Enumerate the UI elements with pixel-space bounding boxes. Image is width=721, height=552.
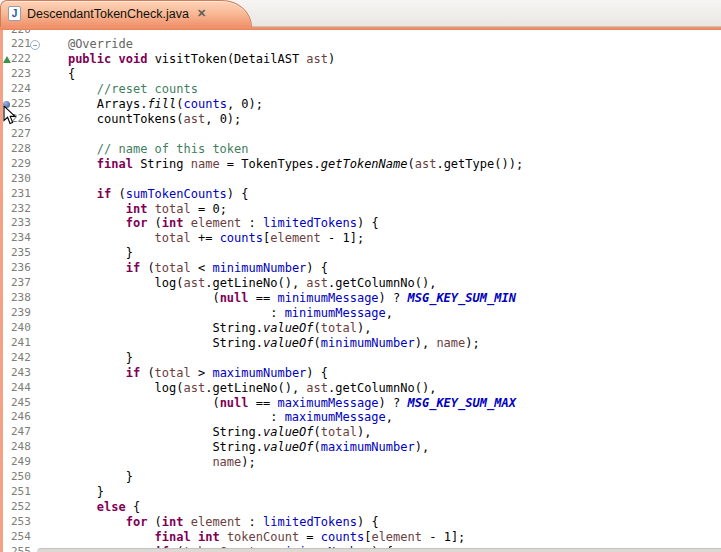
marker-ruler-cell[interactable] [3,425,11,440]
line-number[interactable]: 221 [11,37,30,52]
fold-collapse-icon[interactable] [30,40,40,50]
marker-ruler-cell[interactable] [3,396,11,411]
line-number[interactable]: 228 [11,142,30,157]
fold-cell[interactable] [30,157,39,172]
marker-ruler-cell[interactable] [3,530,11,545]
fold-cell[interactable] [30,291,39,306]
marker-ruler-cell[interactable] [3,276,11,291]
marker-ruler-cell[interactable] [3,112,11,127]
code-line[interactable]: if (total > maximumNumber) { [39,366,328,381]
marker-ruler-cell[interactable] [3,455,11,470]
line-number[interactable]: 234 [11,231,30,246]
line-number[interactable]: 233 [11,216,30,231]
marker-ruler-cell[interactable] [3,410,11,425]
code-line[interactable]: name); [39,455,256,470]
line-number[interactable]: 230 [11,172,30,187]
breakpoint-icon[interactable] [3,101,10,108]
marker-ruler-cell[interactable] [3,231,11,246]
tab-descendanttokencheck[interactable]: J DescendantTokenCheck.java ✕ [0,0,252,27]
fold-cell[interactable] [30,470,39,485]
fold-cell[interactable] [30,500,39,515]
marker-ruler-cell[interactable] [3,172,11,187]
marker-ruler-cell[interactable] [3,485,11,500]
line-number[interactable]: 255 [11,545,30,552]
fold-cell[interactable] [30,112,39,127]
line-number[interactable]: 223 [11,67,30,82]
code-line[interactable]: { [39,67,75,82]
marker-ruler-cell[interactable] [3,82,11,97]
fold-cell[interactable] [30,530,39,545]
marker-ruler-cell[interactable] [3,261,11,276]
fold-cell[interactable] [30,261,39,276]
line-number[interactable]: 243 [11,366,30,381]
marker-ruler-cell[interactable] [3,336,11,351]
line-number[interactable]: 251 [11,485,30,500]
line-number[interactable]: 242 [11,351,30,366]
code-line[interactable]: String.valueOf(minimumNumber), name); [39,336,480,351]
line-number[interactable]: 240 [11,321,30,336]
code-line[interactable]: if (sumTokenCounts) { [39,187,249,202]
line-number[interactable]: 229 [11,157,30,172]
fold-cell[interactable] [30,306,39,321]
code-line[interactable]: } [39,351,133,366]
fold-cell[interactable] [30,366,39,381]
marker-ruler-cell[interactable] [3,37,11,52]
fold-cell[interactable] [30,127,39,142]
marker-ruler-cell[interactable] [3,246,11,261]
fold-cell[interactable] [30,52,39,67]
code-line[interactable]: total += counts[element - 1]; [39,231,364,246]
line-number[interactable]: 248 [11,440,30,455]
code-line[interactable]: } [39,246,133,261]
line-number[interactable]: 235 [11,246,30,261]
line-number[interactable]: 249 [11,455,30,470]
marker-ruler-cell[interactable] [3,545,11,552]
marker-ruler-cell[interactable] [3,291,11,306]
line-number[interactable]: 247 [11,425,30,440]
marker-ruler-cell[interactable] [3,440,11,455]
line-number[interactable]: 245 [11,396,30,411]
fold-cell[interactable] [30,515,39,530]
fold-cell[interactable] [30,231,39,246]
marker-ruler-cell[interactable] [3,30,11,37]
line-number[interactable]: 226 [11,112,30,127]
marker-ruler-cell[interactable] [3,97,11,112]
line-number[interactable]: 220 [11,30,30,37]
line-number[interactable]: 227 [11,127,30,142]
code-line[interactable]: if (total < minimumNumber) { [39,261,328,276]
fold-cell[interactable] [30,485,39,500]
code-line[interactable]: countTokens(ast, 0); [39,112,241,127]
fold-cell[interactable] [30,246,39,261]
fold-cell[interactable] [30,455,39,470]
marker-ruler-cell[interactable] [3,187,11,202]
line-number[interactable]: 225 [11,97,30,112]
marker-ruler-cell[interactable] [3,127,11,142]
fold-cell[interactable] [30,425,39,440]
line-number[interactable]: 252 [11,500,30,515]
code-line[interactable]: for (int element : limitedTokens) { [39,515,379,530]
code-line[interactable]: String.valueOf(maximumNumber), [39,440,429,455]
fold-cell[interactable] [30,67,39,82]
line-number[interactable]: 231 [11,187,30,202]
marker-ruler-cell[interactable] [3,321,11,336]
fold-cell[interactable] [30,351,39,366]
fold-cell[interactable] [30,321,39,336]
line-number[interactable]: 238 [11,291,30,306]
fold-cell[interactable] [30,37,39,52]
fold-cell[interactable] [30,142,39,157]
code-line[interactable]: public void visitToken(DetailAST ast) [39,52,335,67]
code-line[interactable]: : maximumMessage, [39,410,393,425]
code-line[interactable]: int total = 0; [39,202,227,217]
code-line[interactable]: log(ast.getLineNo(), ast.getColumnNo(), [39,381,436,396]
code-line[interactable]: (null == maximumMessage) ? MSG_KEY_SUM_M… [39,396,516,411]
fold-cell[interactable] [30,187,39,202]
code-line[interactable]: String.valueOf(total), [39,425,371,440]
code-line[interactable]: String.valueOf(total), [39,321,371,336]
line-number[interactable]: 222 [11,52,30,67]
line-number[interactable]: 236 [11,261,30,276]
marker-ruler-cell[interactable] [3,515,11,530]
code-line[interactable]: else { [39,500,140,515]
fold-cell[interactable] [30,336,39,351]
line-number[interactable]: 241 [11,336,30,351]
code-line[interactable]: log(ast.getLineNo(), ast.getColumnNo(), [39,276,436,291]
marker-ruler-cell[interactable] [3,351,11,366]
